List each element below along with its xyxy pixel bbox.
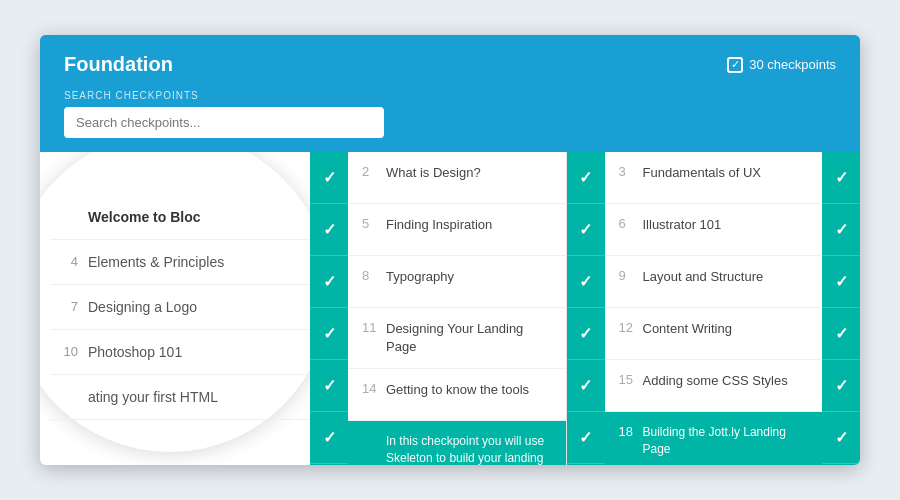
checkmark-icon: ✓: [579, 168, 592, 187]
item-number: 3: [619, 164, 635, 179]
check-item: ✓: [310, 152, 348, 204]
check-item: ✓: [310, 360, 348, 412]
sidebar-item-label: Designing a Logo: [88, 299, 197, 315]
sidebar-item-elements[interactable]: 4 Elements & Principles: [50, 240, 310, 285]
check-item: ✓: [567, 360, 605, 412]
item-label: Typography: [386, 268, 454, 286]
item-label: Finding Inspiration: [386, 216, 492, 234]
checkmark-icon: ✓: [579, 220, 592, 239]
check-item: ✓: [567, 152, 605, 204]
checkmark-icon: ✓: [323, 428, 336, 447]
check-item: ✓: [822, 412, 860, 464]
item-number: 2: [362, 164, 378, 179]
middle-column: 2 What is Design? 5 Finding Inspiration …: [348, 152, 567, 465]
item-num: 4: [60, 254, 78, 269]
page-title: Foundation: [64, 53, 173, 76]
item-num: 10: [60, 344, 78, 359]
search-input[interactable]: [64, 107, 384, 138]
sidebar-item-welcome[interactable]: Welcome to Bloc: [50, 195, 310, 240]
check-item: ✓: [310, 412, 348, 464]
right-column: 3 Fundamentals of UX 6 Illustrator 101 9…: [605, 152, 823, 465]
checkmark-icon: ✓: [579, 376, 592, 395]
checkmark-icon: ✓: [579, 272, 592, 291]
checkbox-icon: [727, 57, 743, 73]
check-item: ✓: [567, 412, 605, 464]
checkmark-icon: ✓: [323, 168, 336, 187]
item-number: 18: [619, 424, 635, 439]
checkmark-icon: ✓: [835, 324, 848, 343]
sidebar-item-label: ating your first HTML: [88, 389, 218, 405]
list-item[interactable]: 11 Designing Your Landing Page: [348, 308, 566, 369]
list-item[interactable]: 5 Finding Inspiration: [348, 204, 566, 256]
item-number: 8: [362, 268, 378, 283]
item-label: In this checkpoint you will use Skeleton…: [386, 433, 552, 465]
checkmark-icon: ✓: [835, 272, 848, 291]
checkmark-icon: ✓: [323, 220, 336, 239]
circle-overlay: Welcome to Bloc 4 Elements & Principles …: [40, 152, 310, 452]
check-item: ✓: [567, 308, 605, 360]
checkmark-icon: ✓: [835, 220, 848, 239]
item-number: 9: [619, 268, 635, 283]
item-label: What is Design?: [386, 164, 481, 182]
sidebar-item-logo[interactable]: 7 Designing a Logo: [50, 285, 310, 330]
item-label: Layout and Structure: [643, 268, 764, 286]
checkmark-icon: ✓: [579, 324, 592, 343]
checkmark-icon: ✓: [835, 376, 848, 395]
check-item: ✓: [822, 360, 860, 412]
item-number: 15: [619, 372, 635, 387]
checkpoints-label: 30 checkpoints: [749, 57, 836, 72]
checkmark-icon: ✓: [323, 272, 336, 291]
list-item[interactable]: 6 Illustrator 101: [605, 204, 823, 256]
check-item: ✓: [822, 256, 860, 308]
left-sidebar: Welcome to Bloc 4 Elements & Principles …: [40, 152, 310, 465]
checkpoints-badge: 30 checkpoints: [727, 57, 836, 73]
item-num: 7: [60, 299, 78, 314]
item-number: 11: [362, 320, 378, 335]
item-label: Designing Your Landing Page: [386, 320, 552, 356]
check-item: ✓: [310, 308, 348, 360]
list-item[interactable]: 8 Typography: [348, 256, 566, 308]
check-item: ✓: [822, 152, 860, 204]
item-label: Building the Jott.ly Landing Page: [643, 424, 809, 458]
item-number: 14: [362, 381, 378, 396]
list-item[interactable]: 2 What is Design?: [348, 152, 566, 204]
list-item-highlighted[interactable]: In this checkpoint you will use Skeleton…: [348, 421, 566, 465]
item-number: 5: [362, 216, 378, 231]
item-label: Illustrator 101: [643, 216, 722, 234]
main-container: Foundation 30 checkpoints SEARCH CHECKPO…: [40, 35, 860, 465]
teal-bar-far-right: ✓ ✓ ✓ ✓ ✓ ✓: [822, 152, 860, 465]
sidebar-item-photoshop[interactable]: 10 Photoshop 101: [50, 330, 310, 375]
checkmark-icon: ✓: [579, 428, 592, 447]
sidebar-item-label: Elements & Principles: [88, 254, 224, 270]
list-item[interactable]: 3 Fundamentals of UX: [605, 152, 823, 204]
header: Foundation 30 checkpoints: [40, 35, 860, 90]
list-item[interactable]: 12 Content Writing: [605, 308, 823, 360]
check-item: ✓: [567, 204, 605, 256]
content-grid: Welcome to Bloc 4 Elements & Principles …: [40, 152, 860, 465]
check-item: ✓: [310, 256, 348, 308]
item-label: Getting to know the tools: [386, 381, 529, 399]
check-item: ✓: [310, 204, 348, 256]
list-item[interactable]: 14 Getting to know the tools: [348, 369, 566, 421]
check-item: ✓: [822, 308, 860, 360]
checkmark-icon: ✓: [323, 324, 336, 343]
sidebar-item-label: Photoshop 101: [88, 344, 182, 360]
list-item[interactable]: 9 Layout and Structure: [605, 256, 823, 308]
check-item: ✓: [567, 256, 605, 308]
checkmark-icon: ✓: [323, 376, 336, 395]
item-label: Content Writing: [643, 320, 732, 338]
checkmark-icon: ✓: [835, 168, 848, 187]
list-item[interactable]: 15 Adding some CSS Styles: [605, 360, 823, 412]
sidebar-item-label: Welcome to Bloc: [88, 209, 201, 225]
list-item[interactable]: 18 Building the Jott.ly Landing Page: [605, 412, 823, 465]
checkmark-icon: ✓: [835, 428, 848, 447]
search-label: SEARCH CHECKPOINTS: [64, 90, 836, 101]
item-label: Adding some CSS Styles: [643, 372, 788, 390]
check-item: ✓: [822, 204, 860, 256]
search-area: SEARCH CHECKPOINTS: [40, 90, 860, 152]
item-label: Fundamentals of UX: [643, 164, 762, 182]
item-number: 6: [619, 216, 635, 231]
item-number: 12: [619, 320, 635, 335]
teal-bar-left: ✓ ✓ ✓ ✓ ✓ ✓: [310, 152, 348, 465]
sidebar-item-html[interactable]: ating your first HTML: [50, 375, 310, 420]
